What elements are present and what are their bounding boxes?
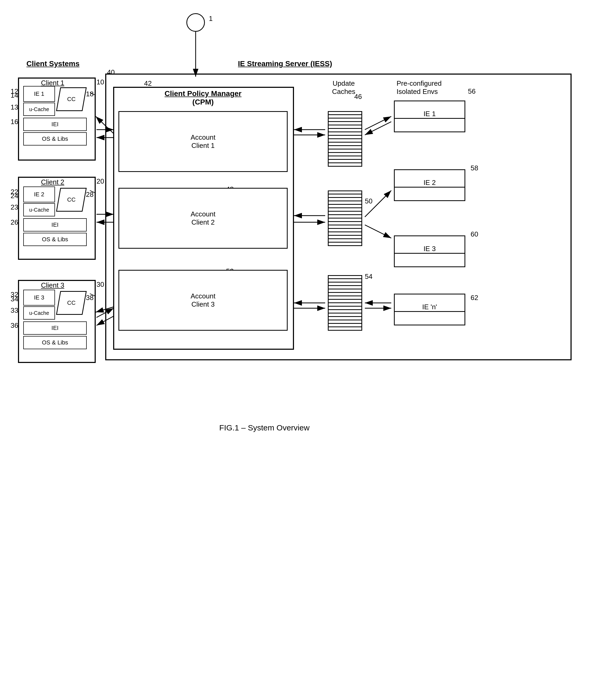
cpm-label: Client Policy Manager xyxy=(165,89,242,98)
client2-oslibs-label: OS & Libs xyxy=(42,236,68,243)
cache-box-2 xyxy=(328,191,362,246)
ref-56: 56 xyxy=(468,87,476,96)
account-client3-label: Account Client 3 xyxy=(191,292,215,308)
ref-28: 28 xyxy=(86,191,93,199)
ref-46: 46 xyxy=(354,93,362,101)
ie1-env-label: IE 1 xyxy=(423,110,436,118)
ref-60: 60 xyxy=(470,230,478,238)
client2-cc-label: CC xyxy=(67,196,76,203)
client3-oslibs-box: OS & Libs xyxy=(23,336,87,349)
ref-50: 50 xyxy=(365,197,373,205)
fig-caption: FIG.1 – System Overview xyxy=(185,423,344,432)
client1-cc-box: CC xyxy=(56,87,87,111)
svg-line-14 xyxy=(97,308,114,318)
ref-62: 62 xyxy=(470,294,478,302)
account-client1-label: Account Client 1 xyxy=(191,133,215,150)
client1-iei-box: IEI xyxy=(23,118,87,131)
svg-line-23 xyxy=(365,116,391,129)
client1-iei-label: IEI xyxy=(51,121,59,128)
ie3-env-label: IE 3 xyxy=(423,245,436,253)
ref-26: 26 xyxy=(11,218,18,226)
cpm-abbr: (CPM) xyxy=(192,98,214,106)
ref-38: 38 xyxy=(86,294,93,302)
client3-cc-box: CC xyxy=(56,291,87,315)
account-client3-box: Account Client 3 xyxy=(119,270,288,331)
ref-14: 14 xyxy=(11,91,18,99)
client3-ucache-label: u-Cache xyxy=(29,310,49,316)
ref-1: 1 xyxy=(209,15,213,23)
pre-configured-header: Pre-configuredIsolated Envs xyxy=(397,79,470,96)
account-client1-box: Account Client 1 xyxy=(119,111,288,172)
client3-iei-label: IEI xyxy=(51,325,59,332)
ref-42: 42 xyxy=(144,79,152,87)
ref-10: 10 xyxy=(97,78,104,86)
account-client2-box: Account Client 2 xyxy=(119,188,288,249)
client1-ucache-box: u-Cache xyxy=(23,103,55,116)
ref-30: 30 xyxy=(97,280,104,288)
client-systems-header: Client Systems xyxy=(26,60,80,68)
ref-36: 36 xyxy=(11,321,18,329)
client2-ucache-box: u-Cache xyxy=(23,203,55,216)
iess-header: IE Streaming Server (IESS) xyxy=(238,60,332,68)
ie2-env-label: IE 2 xyxy=(423,179,436,187)
ref-18: 18 xyxy=(86,90,93,98)
cache-box-3 xyxy=(328,275,362,331)
client1-cc-label: CC xyxy=(67,96,76,103)
account-client2-label: Account Client 2 xyxy=(191,210,215,226)
svg-line-26 xyxy=(365,225,391,238)
client3-label: Client 3 xyxy=(41,281,64,289)
svg-line-24 xyxy=(365,122,391,135)
client2-ie2-label: IE 2 xyxy=(34,191,44,198)
client3-ucache-box: u-Cache xyxy=(23,306,55,320)
client3-iei-box: IEI xyxy=(23,321,87,335)
ref-16-1: 16 xyxy=(11,118,18,126)
client2-oslibs-box: OS & Libs xyxy=(23,233,87,246)
ref-34: 34 xyxy=(11,295,18,303)
ie2-env-box: IE 2 xyxy=(394,169,465,201)
ref-54: 54 xyxy=(365,273,373,281)
client2-iei-box: IEI xyxy=(23,218,87,232)
client3-ie3-box: IE 3 xyxy=(23,290,55,305)
ref-24: 24 xyxy=(11,192,18,200)
client1-ie1-box: IE 1 xyxy=(23,86,55,102)
client1-ie1-label: IE 1 xyxy=(34,91,44,97)
ie1-env-box: IE 1 xyxy=(394,101,465,132)
client2-ie2-box: IE 2 xyxy=(23,186,55,202)
client1-ucache-label: u-Cache xyxy=(29,106,49,113)
client1-oslibs-box: OS & Libs xyxy=(23,132,87,145)
ref-40: 40 xyxy=(107,68,115,77)
client2-iei-label: IEI xyxy=(51,221,59,228)
ien-env-box: IE 'n' xyxy=(394,294,465,325)
ref-13: 13 xyxy=(11,103,18,112)
ie3-env-box: IE 3 xyxy=(394,236,465,267)
svg-line-13 xyxy=(97,316,114,325)
svg-line-16 xyxy=(96,307,114,312)
ref-23: 23 xyxy=(11,203,18,212)
ref-33: 33 xyxy=(11,306,18,315)
client3-ie3-label: IE 3 xyxy=(34,294,44,301)
client2-ucache-label: u-Cache xyxy=(29,207,49,213)
entry-circle xyxy=(186,13,205,32)
client3-oslibs-label: OS & Libs xyxy=(42,339,68,346)
ref-58: 58 xyxy=(470,164,478,172)
ien-env-label: IE 'n' xyxy=(422,303,437,311)
cpm-title: Client Policy Manager (CPM) xyxy=(116,89,290,106)
ref-20: 20 xyxy=(97,177,104,185)
client3-cc-label: CC xyxy=(67,299,76,306)
cache-box-1 xyxy=(328,111,362,167)
client1-oslibs-label: OS & Libs xyxy=(42,136,68,142)
svg-line-15 xyxy=(96,116,114,134)
client2-cc-box: CC xyxy=(56,188,87,212)
client2-label: Client 2 xyxy=(41,178,64,186)
